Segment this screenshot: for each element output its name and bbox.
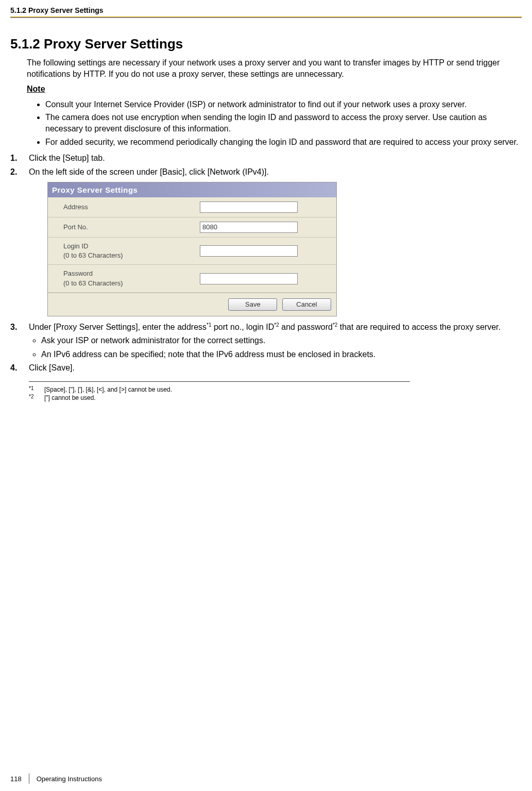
table-row: Port No.	[48, 217, 336, 237]
section-heading: 5.1.2 Proxy Server Settings	[10, 36, 522, 52]
address-input[interactable]	[200, 201, 298, 213]
note-list: Consult your Internet Service Provider (…	[45, 99, 522, 147]
login-label-line2: (0 to 63 Characters)	[63, 251, 123, 259]
password-input[interactable]	[200, 273, 298, 284]
note-label: Note	[27, 83, 522, 95]
step-3-substeps: Ask your ISP or network administrator fo…	[41, 335, 522, 360]
footnote-rule	[29, 381, 410, 382]
doc-title: Operating Instructions	[37, 775, 102, 783]
substep: Ask your ISP or network administrator fo…	[41, 335, 522, 346]
proxy-settings-screenshot: Proxy Server Settings Address Port No.	[47, 182, 337, 316]
step-3-text-part3: and password	[279, 323, 333, 331]
steps-list: Click the [Setup] tab. On the left side …	[10, 153, 522, 374]
footnote-ref-2a: *2	[274, 322, 279, 328]
intro-paragraph: The following settings are necessary if …	[27, 57, 522, 79]
running-header: 5.1.2 Proxy Server Settings	[10, 6, 104, 14]
footnote-2: *2 ["] cannot be used.	[29, 394, 522, 401]
note-item: For added security, we recommend periodi…	[45, 137, 522, 148]
save-button[interactable]: Save	[228, 298, 277, 311]
table-row: Password (0 to 63 Characters)	[48, 265, 336, 292]
footnote-1: *1 [Space], ["], ['], [&], [<], and [>] …	[29, 386, 522, 393]
footnote-1-mark: *1	[29, 385, 36, 393]
footnote-ref-2b: *2	[333, 322, 337, 328]
step-2: On the left side of the screen under [Ba…	[10, 166, 522, 316]
port-cell	[195, 217, 336, 237]
password-cell	[195, 265, 336, 292]
address-label: Address	[48, 197, 195, 217]
cancel-button[interactable]: Cancel	[282, 298, 331, 311]
login-label-line1: Login ID	[63, 242, 88, 250]
page-footer: 118 Operating Instructions	[10, 773, 102, 784]
table-row: Address	[48, 197, 336, 217]
step-3-text-part2: port no., login ID	[212, 323, 274, 331]
login-input[interactable]	[200, 245, 298, 257]
note-item: Consult your Internet Service Provider (…	[45, 99, 522, 110]
substep: An IPv6 address can be specified; note t…	[41, 349, 522, 360]
footnote-2-mark: *2	[29, 394, 36, 401]
footnote-ref-1: *1	[207, 322, 211, 328]
login-label: Login ID (0 to 63 Characters)	[48, 237, 195, 264]
step-4-text: Click [Save].	[29, 363, 75, 372]
panel-footer: Save Cancel	[48, 293, 336, 316]
port-input[interactable]	[200, 222, 298, 233]
port-label: Port No.	[48, 217, 195, 237]
step-3-text-part4: that are required to access the proxy se…	[337, 323, 501, 331]
login-cell	[195, 237, 336, 264]
note-item: The camera does not use encryption when …	[45, 112, 522, 134]
page-number: 118	[10, 775, 22, 783]
step-1-text: Click the [Setup] tab.	[29, 154, 105, 162]
address-cell	[195, 197, 336, 217]
step-2-text: On the left side of the screen under [Ba…	[29, 167, 269, 176]
footnote-2-text: ["] cannot be used.	[44, 394, 96, 401]
panel-title: Proxy Server Settings	[48, 182, 336, 197]
footnote-1-text: [Space], ["], ['], [&], [<], and [>] can…	[44, 386, 172, 393]
header-rule	[10, 16, 522, 18]
step-1: Click the [Setup] tab.	[10, 153, 522, 164]
table-row: Login ID (0 to 63 Characters)	[48, 237, 336, 264]
password-label: Password (0 to 63 Characters)	[48, 265, 195, 292]
password-label-line2: (0 to 63 Characters)	[63, 279, 123, 287]
footnotes: *1 [Space], ["], ['], [&], [<], and [>] …	[29, 386, 522, 401]
settings-table: Address Port No.	[48, 197, 336, 293]
step-4: Click [Save].	[10, 362, 522, 374]
step-3: Under [Proxy Server Settings], enter the…	[10, 322, 522, 361]
footer-divider	[29, 773, 29, 784]
step-3-text-part1: Under [Proxy Server Settings], enter the…	[29, 323, 207, 331]
password-label-line1: Password	[63, 270, 93, 277]
